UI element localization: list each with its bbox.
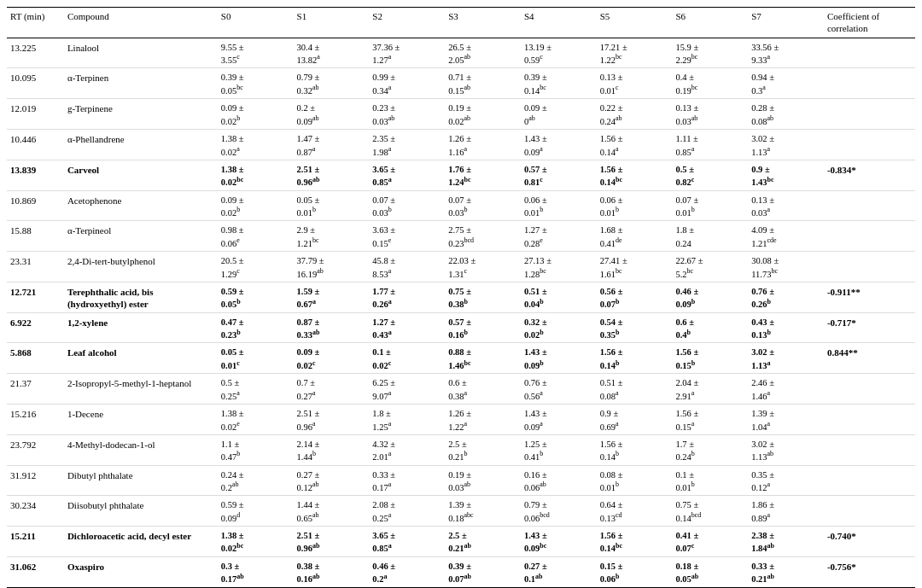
cell-s2: 1.8 ±1.25a [369, 404, 445, 434]
cell-rt: 5.868 [7, 343, 64, 374]
cell-s3: 26.5 ±2.05ab [445, 38, 521, 68]
cell-s2: 45.8 ±8.53a [369, 252, 445, 282]
cell-s6: 0.75 ±0.14bcd [672, 496, 748, 527]
cell-s4: 27.13 ±1.28bc [521, 252, 597, 282]
cell-s0: 0.59 ±0.05b [218, 282, 294, 312]
cell-rt: 12.019 [7, 99, 64, 130]
cell-s7: 2.46 ±1.46a [748, 374, 824, 405]
cell-compound: Carveol [64, 160, 218, 190]
cell-s3: 2.5 ±0.21b [445, 434, 521, 465]
cell-s5: 0.15 ±0.06b [597, 556, 673, 587]
cell-s0: 20.5 ±1.29c [218, 252, 294, 282]
cell-s7: 3.02 ±1.13ab [748, 434, 824, 465]
cell-s4: 0.06 ±0.01b [521, 190, 597, 221]
cell-s4: 1.27 ±0.28e [521, 221, 597, 252]
cell-s1: 1.59 ±0.67a [294, 282, 370, 312]
header-s4: S4 [521, 8, 597, 38]
cell-rt: 21.37 [7, 374, 64, 405]
cell-compound: Dibutyl phthalate [64, 465, 218, 496]
cell-rt: 15.216 [7, 404, 64, 434]
table-row: 30.234Diisobutyl phthalate0.59 ±0.09d1.4… [7, 496, 915, 527]
cell-coefficient: 0.844** [824, 343, 915, 374]
cell-s2: 6.25 ±9.07a [369, 374, 445, 405]
cell-coefficient [824, 374, 915, 405]
cell-rt: 15.88 [7, 221, 64, 252]
cell-s6: 22.67 ±5.2bc [672, 252, 748, 282]
cell-s1: 1.47 ±0.87a [294, 129, 370, 160]
cell-s6: 1.11 ±0.85a [672, 129, 748, 160]
cell-s6: 0.5 ±0.82c [672, 160, 748, 190]
cell-rt: 13.839 [7, 160, 64, 190]
cell-coefficient [824, 129, 915, 160]
cell-compound: 2,4-Di-tert-butylphenol [64, 252, 218, 282]
cell-s3: 0.6 ±0.38a [445, 374, 521, 405]
cell-coefficient [824, 252, 915, 282]
cell-compound: 1,2-xylene [64, 312, 218, 343]
cell-compound: 2-Isopropyl-5-methyl-1-heptanol [64, 374, 218, 405]
cell-s2: 0.23 ±0.03ab [369, 99, 445, 130]
cell-s3: 2.5 ±0.21ab [445, 527, 521, 557]
cell-s0: 0.3 ±0.17ab [218, 556, 294, 587]
cell-s1: 0.09 ±0.02c [294, 343, 370, 374]
cell-s7: 0.13 ±0.03a [748, 190, 824, 221]
cell-coefficient [824, 99, 915, 130]
table-row: 23.7924-Methyl-dodecan-1-ol1.1 ±0.47b2.1… [7, 434, 915, 465]
header-compound: Compound [64, 8, 218, 38]
cell-s1: 30.4 ±13.82a [294, 38, 370, 68]
cell-s6: 15.9 ±2.29bc [672, 38, 748, 68]
cell-s4: 1.25 ±0.41b [521, 434, 597, 465]
cell-s0: 0.98 ±0.06e [218, 221, 294, 252]
header-s2: S2 [369, 8, 445, 38]
cell-coefficient [824, 190, 915, 221]
cell-s4: 1.43 ±0.09b [521, 343, 597, 374]
cell-s5: 0.13 ±0.01c [597, 68, 673, 99]
table-row: 5.868Leaf alcohol0.05 ±0.01c0.09 ±0.02c0… [7, 343, 915, 374]
table-header-row: RT (min) Compound S0 S1 S2 S3 S4 S5 S6 S… [7, 8, 915, 38]
cell-s3: 0.39 ±0.07ab [445, 556, 521, 587]
cell-s5: 27.41 ±1.61bc [597, 252, 673, 282]
cell-s6: 0.13 ±0.03ab [672, 99, 748, 130]
cell-rt: 15.211 [7, 527, 64, 557]
cell-s4: 0.57 ±0.81c [521, 160, 597, 190]
cell-s4: 0.32 ±0.02b [521, 312, 597, 343]
cell-s4: 0.51 ±0.04b [521, 282, 597, 312]
cell-s3: 0.71 ±0.15ab [445, 68, 521, 99]
cell-s7: 0.43 ±0.13b [748, 312, 824, 343]
cell-s6: 1.8 ±0.24 [672, 221, 748, 252]
cell-rt: 6.922 [7, 312, 64, 343]
cell-s5: 1.56 ±0.14bc [597, 527, 673, 557]
cell-s5: 0.51 ±0.08a [597, 374, 673, 405]
cell-s2: 0.46 ±0.2a [369, 556, 445, 587]
cell-s2: 0.07 ±0.03b [369, 190, 445, 221]
cell-coefficient [824, 68, 915, 99]
cell-s6: 0.07 ±0.01b [672, 190, 748, 221]
cell-compound: Dichloroacetic acid, decyl ester [64, 527, 218, 557]
table-row: 10.869Acetophenone0.09 ±0.02b0.05 ±0.01b… [7, 190, 915, 221]
cell-s0: 0.09 ±0.02b [218, 190, 294, 221]
cell-coefficient [824, 221, 915, 252]
cell-coefficient: -0.740* [824, 527, 915, 557]
cell-s4: 0.76 ±0.56a [521, 374, 597, 405]
cell-s1: 1.44 ±0.65ab [294, 496, 370, 527]
cell-s1: 0.87 ±0.33ab [294, 312, 370, 343]
table-row: 12.721Terephthalic acid, bis (hydroxyeth… [7, 282, 915, 312]
cell-s5: 1.56 ±0.14a [597, 129, 673, 160]
header-s0: S0 [218, 8, 294, 38]
cell-s6: 0.18 ±0.05ab [672, 556, 748, 587]
cell-s2: 3.65 ±0.85a [369, 527, 445, 557]
cell-s1: 37.79 ±16.19ab [294, 252, 370, 282]
cell-s0: 0.5 ±0.25a [218, 374, 294, 405]
cell-s7: 3.02 ±1.13a [748, 343, 824, 374]
cell-s3: 2.75 ±0.23bcd [445, 221, 521, 252]
cell-s7: 0.33 ±0.21ab [748, 556, 824, 587]
header-s7: S7 [748, 8, 824, 38]
cell-s5: 0.22 ±0.24ab [597, 99, 673, 130]
cell-coefficient: -0.756* [824, 556, 915, 587]
cell-s7: 33.56 ±9.33a [748, 38, 824, 68]
cell-s4: 0.79 ±0.06bcd [521, 496, 597, 527]
cell-s3: 0.57 ±0.16b [445, 312, 521, 343]
cell-rt: 10.869 [7, 190, 64, 221]
cell-s3: 1.76 ±1.24bc [445, 160, 521, 190]
cell-coefficient: -0.911** [824, 282, 915, 312]
cell-s3: 0.19 ±0.02ab [445, 99, 521, 130]
